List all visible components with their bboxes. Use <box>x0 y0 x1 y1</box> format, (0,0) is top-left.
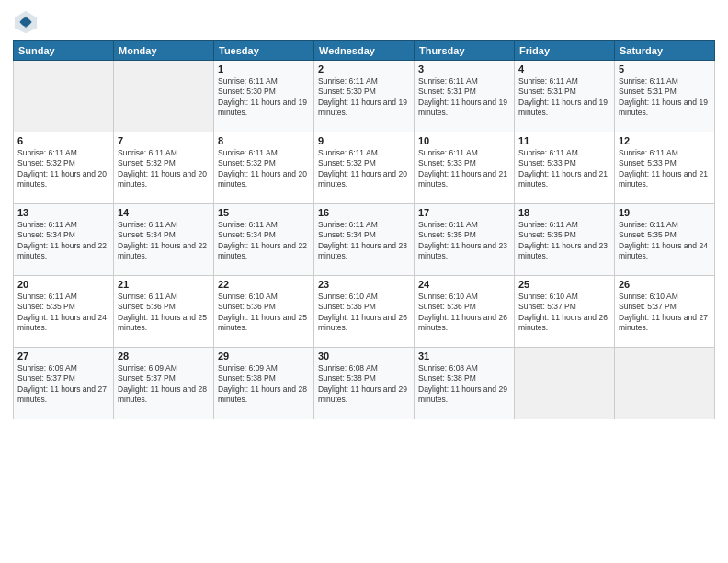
day-number: 12 <box>619 135 711 146</box>
day-info: Sunrise: 6:10 AM Sunset: 5:37 PM Dayligh… <box>518 292 610 334</box>
calendar-cell: 7Sunrise: 6:11 AM Sunset: 5:32 PM Daylig… <box>114 132 214 204</box>
calendar-cell: 6Sunrise: 6:11 AM Sunset: 5:32 PM Daylig… <box>14 132 114 204</box>
calendar-cell <box>114 61 214 132</box>
calendar-cell: 22Sunrise: 6:10 AM Sunset: 5:36 PM Dayli… <box>214 276 314 348</box>
week-row-4: 20Sunrise: 6:11 AM Sunset: 5:35 PM Dayli… <box>14 276 715 348</box>
day-info: Sunrise: 6:08 AM Sunset: 5:38 PM Dayligh… <box>418 363 510 406</box>
day-number: 11 <box>518 135 610 146</box>
day-info: Sunrise: 6:11 AM Sunset: 5:34 PM Dayligh… <box>17 220 109 262</box>
calendar-cell: 10Sunrise: 6:11 AM Sunset: 5:33 PM Dayli… <box>415 132 515 204</box>
calendar-cell: 1Sunrise: 6:11 AM Sunset: 5:30 PM Daylig… <box>214 61 314 132</box>
day-info: Sunrise: 6:09 AM Sunset: 5:38 PM Dayligh… <box>218 363 310 406</box>
day-info: Sunrise: 6:11 AM Sunset: 5:31 PM Dayligh… <box>418 76 510 119</box>
day-info: Sunrise: 6:10 AM Sunset: 5:36 PM Dayligh… <box>218 292 310 334</box>
day-info: Sunrise: 6:11 AM Sunset: 5:35 PM Dayligh… <box>17 292 109 334</box>
header-day-wednesday: Wednesday <box>314 41 415 61</box>
day-number: 4 <box>518 63 610 75</box>
day-number: 9 <box>318 135 410 146</box>
day-info: Sunrise: 6:11 AM Sunset: 5:34 PM Dayligh… <box>318 220 410 262</box>
day-info: Sunrise: 6:11 AM Sunset: 5:32 PM Dayligh… <box>218 148 310 190</box>
day-number: 25 <box>518 279 610 290</box>
calendar-cell: 19Sunrise: 6:11 AM Sunset: 5:35 PM Dayli… <box>615 204 715 276</box>
day-number: 26 <box>619 279 711 290</box>
calendar-cell <box>14 61 114 132</box>
calendar-cell: 8Sunrise: 6:11 AM Sunset: 5:32 PM Daylig… <box>214 132 314 204</box>
calendar-table: SundayMondayTuesdayWednesdayThursdayFrid… <box>13 40 715 419</box>
day-info: Sunrise: 6:10 AM Sunset: 5:36 PM Dayligh… <box>418 292 510 334</box>
day-number: 3 <box>418 63 510 75</box>
day-number: 8 <box>218 135 310 146</box>
day-info: Sunrise: 6:10 AM Sunset: 5:37 PM Dayligh… <box>619 292 711 334</box>
day-number: 15 <box>218 207 310 218</box>
calendar-header: SundayMondayTuesdayWednesdayThursdayFrid… <box>14 41 715 61</box>
logo <box>13 9 42 35</box>
calendar-cell: 27Sunrise: 6:09 AM Sunset: 5:37 PM Dayli… <box>14 348 114 419</box>
day-number: 18 <box>518 207 610 218</box>
day-info: Sunrise: 6:11 AM Sunset: 5:32 PM Dayligh… <box>17 148 109 190</box>
calendar-cell <box>515 348 615 419</box>
day-info: Sunrise: 6:11 AM Sunset: 5:31 PM Dayligh… <box>518 76 610 119</box>
calendar-cell: 18Sunrise: 6:11 AM Sunset: 5:35 PM Dayli… <box>515 204 615 276</box>
day-info: Sunrise: 6:11 AM Sunset: 5:35 PM Dayligh… <box>418 220 510 262</box>
header-day-saturday: Saturday <box>615 41 715 61</box>
calendar-cell: 14Sunrise: 6:11 AM Sunset: 5:34 PM Dayli… <box>114 204 214 276</box>
day-number: 16 <box>318 207 410 218</box>
calendar-cell: 24Sunrise: 6:10 AM Sunset: 5:36 PM Dayli… <box>415 276 515 348</box>
calendar-cell: 4Sunrise: 6:11 AM Sunset: 5:31 PM Daylig… <box>515 61 615 132</box>
day-number: 1 <box>218 63 310 75</box>
day-number: 19 <box>619 207 711 218</box>
calendar-cell: 29Sunrise: 6:09 AM Sunset: 5:38 PM Dayli… <box>214 348 314 419</box>
week-row-5: 27Sunrise: 6:09 AM Sunset: 5:37 PM Dayli… <box>14 348 715 419</box>
day-number: 24 <box>418 279 510 290</box>
day-number: 23 <box>318 279 410 290</box>
day-info: Sunrise: 6:10 AM Sunset: 5:36 PM Dayligh… <box>318 292 410 334</box>
week-row-2: 6Sunrise: 6:11 AM Sunset: 5:32 PM Daylig… <box>14 132 715 204</box>
day-info: Sunrise: 6:08 AM Sunset: 5:38 PM Dayligh… <box>318 363 410 406</box>
calendar-cell: 13Sunrise: 6:11 AM Sunset: 5:34 PM Dayli… <box>14 204 114 276</box>
calendar-cell: 21Sunrise: 6:11 AM Sunset: 5:36 PM Dayli… <box>114 276 214 348</box>
day-number: 31 <box>418 350 510 362</box>
day-number: 22 <box>218 279 310 290</box>
calendar-cell: 2Sunrise: 6:11 AM Sunset: 5:30 PM Daylig… <box>314 61 415 132</box>
day-number: 29 <box>218 350 310 362</box>
calendar-body: 1Sunrise: 6:11 AM Sunset: 5:30 PM Daylig… <box>14 61 715 419</box>
day-info: Sunrise: 6:11 AM Sunset: 5:33 PM Dayligh… <box>619 148 711 190</box>
calendar-cell: 15Sunrise: 6:11 AM Sunset: 5:34 PM Dayli… <box>214 204 314 276</box>
day-info: Sunrise: 6:11 AM Sunset: 5:34 PM Dayligh… <box>218 220 310 262</box>
calendar-cell: 12Sunrise: 6:11 AM Sunset: 5:33 PM Dayli… <box>615 132 715 204</box>
day-info: Sunrise: 6:09 AM Sunset: 5:37 PM Dayligh… <box>118 363 210 406</box>
header-day-thursday: Thursday <box>415 41 515 61</box>
day-number: 27 <box>17 350 109 362</box>
day-info: Sunrise: 6:11 AM Sunset: 5:33 PM Dayligh… <box>518 148 610 190</box>
day-number: 7 <box>118 135 210 146</box>
day-number: 28 <box>118 350 210 362</box>
day-info: Sunrise: 6:11 AM Sunset: 5:32 PM Dayligh… <box>118 148 210 190</box>
day-number: 6 <box>17 135 109 146</box>
day-number: 30 <box>318 350 410 362</box>
day-info: Sunrise: 6:11 AM Sunset: 5:30 PM Dayligh… <box>318 76 410 119</box>
calendar-cell: 31Sunrise: 6:08 AM Sunset: 5:38 PM Dayli… <box>415 348 515 419</box>
calendar-cell: 23Sunrise: 6:10 AM Sunset: 5:36 PM Dayli… <box>314 276 415 348</box>
calendar-cell: 25Sunrise: 6:10 AM Sunset: 5:37 PM Dayli… <box>515 276 615 348</box>
calendar-cell: 20Sunrise: 6:11 AM Sunset: 5:35 PM Dayli… <box>14 276 114 348</box>
day-number: 10 <box>418 135 510 146</box>
calendar-cell: 3Sunrise: 6:11 AM Sunset: 5:31 PM Daylig… <box>415 61 515 132</box>
page: SundayMondayTuesdayWednesdayThursdayFrid… <box>0 0 728 563</box>
day-number: 20 <box>17 279 109 290</box>
header-row: SundayMondayTuesdayWednesdayThursdayFrid… <box>14 41 715 61</box>
week-row-1: 1Sunrise: 6:11 AM Sunset: 5:30 PM Daylig… <box>14 61 715 132</box>
day-info: Sunrise: 6:11 AM Sunset: 5:30 PM Dayligh… <box>218 76 310 119</box>
header-day-sunday: Sunday <box>14 41 114 61</box>
calendar-cell: 26Sunrise: 6:10 AM Sunset: 5:37 PM Dayli… <box>615 276 715 348</box>
day-info: Sunrise: 6:11 AM Sunset: 5:34 PM Dayligh… <box>118 220 210 262</box>
day-info: Sunrise: 6:11 AM Sunset: 5:31 PM Dayligh… <box>619 76 711 119</box>
day-info: Sunrise: 6:11 AM Sunset: 5:32 PM Dayligh… <box>318 148 410 190</box>
day-info: Sunrise: 6:11 AM Sunset: 5:36 PM Dayligh… <box>118 292 210 334</box>
calendar-cell: 5Sunrise: 6:11 AM Sunset: 5:31 PM Daylig… <box>615 61 715 132</box>
calendar-cell <box>615 348 715 419</box>
day-number: 21 <box>118 279 210 290</box>
logo-icon <box>13 9 39 35</box>
day-info: Sunrise: 6:11 AM Sunset: 5:33 PM Dayligh… <box>418 148 510 190</box>
header-day-monday: Monday <box>114 41 214 61</box>
day-info: Sunrise: 6:09 AM Sunset: 5:37 PM Dayligh… <box>17 363 109 406</box>
